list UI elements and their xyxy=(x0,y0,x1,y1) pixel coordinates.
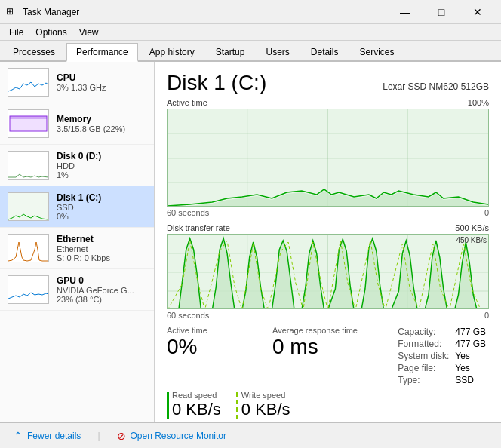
resource-monitor-icon: ⊘ xyxy=(117,430,126,442)
separator: | xyxy=(97,431,100,441)
transfer-rate-chart-section: Disk transfer rate 500 KB/s 450 KB/s xyxy=(167,223,489,320)
avg-response-stat: Average response time 0 ms xyxy=(272,326,363,386)
formatted-label: Formatted: xyxy=(395,338,452,350)
sidebar-item-ethernet[interactable]: Ethernet Ethernet S: 0 R: 0 Kbps xyxy=(0,228,154,269)
chart2-value-label: 450 KB/s xyxy=(456,236,487,244)
read-speed-info: Read speed 0 KB/s xyxy=(172,391,221,419)
right-stats: Capacity:477 GB Formatted:477 GB System … xyxy=(395,326,489,386)
read-speed-label: Read speed xyxy=(172,391,221,400)
svg-rect-7 xyxy=(8,276,48,303)
active-time-stat: Active time 0% xyxy=(167,326,257,386)
avg-response-value: 0 ms xyxy=(272,336,363,357)
open-resource-monitor-button[interactable]: ⊘ Open Resource Monitor xyxy=(112,427,231,445)
sidebar-item-memory[interactable]: Memory 3.5/15.8 GB (22%) xyxy=(0,103,154,145)
tab-performance[interactable]: Performance xyxy=(66,43,138,62)
chart1-label-row: Active time 100% xyxy=(167,98,489,107)
chart2-label: Disk transfer rate xyxy=(167,223,230,232)
tab-users[interactable]: Users xyxy=(256,43,299,60)
maximize-button[interactable]: □ xyxy=(424,0,459,24)
menu-view[interactable]: View xyxy=(73,26,105,39)
svg-rect-5 xyxy=(8,193,48,220)
disk0-sub: HDD xyxy=(57,161,146,170)
sidebar-item-disk1[interactable]: Disk 1 (C:) SSD 0% xyxy=(0,186,154,228)
chart2-label-row: Disk transfer rate 500 KB/s xyxy=(167,223,489,232)
memory-label: Memory xyxy=(57,114,146,124)
sidebar-item-disk0[interactable]: Disk 0 (D:) HDD 1% xyxy=(0,145,154,186)
formatted-value: 477 GB xyxy=(452,338,489,350)
memory-info: Memory 3.5/15.8 GB (22%) xyxy=(57,114,146,133)
avg-response-label: Average response time xyxy=(272,326,363,335)
read-speed-value: 0 KB/s xyxy=(172,400,221,419)
active-time-chart xyxy=(167,109,489,207)
menu-options[interactable]: Options xyxy=(29,26,72,39)
app-icon: ⊞ xyxy=(6,6,18,18)
svg-rect-3 xyxy=(10,116,47,119)
fewer-details-label: Fewer details xyxy=(27,431,81,441)
tab-bar: Processes Performance App history Startu… xyxy=(0,41,501,62)
type-value: SSD xyxy=(452,374,489,386)
disk0-label: Disk 0 (D:) xyxy=(57,151,146,161)
disk0-thumb xyxy=(8,151,49,180)
window-controls: — □ ✕ xyxy=(388,0,495,24)
stats-container: Active time 0% Average response time 0 m… xyxy=(167,326,489,386)
detail-panel: Disk 1 (C:) Lexar SSD NM620 512GB Active… xyxy=(155,62,501,422)
transfer-rate-chart: 450 KB/s xyxy=(167,234,489,309)
left-stats: Active time 0% Average response time 0 m… xyxy=(167,326,395,386)
disk1-thumb xyxy=(8,192,49,221)
tab-details[interactable]: Details xyxy=(301,43,349,60)
chart1-time-right: 0 xyxy=(484,208,489,217)
ethernet-label: Ethernet xyxy=(57,234,146,244)
write-speed-bar xyxy=(236,392,238,419)
cpu-info: CPU 3% 1.33 GHz xyxy=(57,72,146,92)
fewer-details-button[interactable]: ⌃ Fewer details xyxy=(9,427,85,445)
chart1-time-row: 60 seconds 0 xyxy=(167,208,489,217)
ethernet-val: S: 0 R: 0 Kbps xyxy=(57,253,146,262)
read-speed-block: Read speed 0 KB/s xyxy=(167,391,221,419)
svg-rect-6 xyxy=(8,235,48,262)
disk-model: Lexar SSD NM620 512GB xyxy=(383,81,489,92)
cpu-label: CPU xyxy=(57,72,146,83)
ethernet-sub: Ethernet xyxy=(57,244,146,253)
chart1-time-left: 60 seconds xyxy=(167,208,209,217)
tab-processes[interactable]: Processes xyxy=(3,43,65,60)
gpu0-thumb xyxy=(8,275,49,304)
memory-sub: 3.5/15.8 GB (22%) xyxy=(57,124,146,133)
tab-startup[interactable]: Startup xyxy=(206,43,255,60)
ethernet-info: Ethernet Ethernet S: 0 R: 0 Kbps xyxy=(57,234,146,262)
read-speed-bar xyxy=(167,392,169,419)
chart2-time-right: 0 xyxy=(484,311,489,320)
type-label: Type: xyxy=(395,374,452,386)
bottom-bar: ⌃ Fewer details | ⊘ Open Resource Monito… xyxy=(0,422,501,448)
gpu0-info: GPU 0 NVIDIA GeForce G... 23% (38 °C) xyxy=(57,275,146,304)
active-time-value: 0% xyxy=(167,336,257,357)
disk1-val: 0% xyxy=(57,212,146,221)
svg-rect-4 xyxy=(8,152,48,179)
page-file-label: Page file: xyxy=(395,362,452,374)
disk1-label: Disk 1 (C:) xyxy=(57,192,146,203)
memory-thumb xyxy=(8,109,49,138)
close-button[interactable]: ✕ xyxy=(460,0,495,24)
page-file-value: Yes xyxy=(452,362,489,374)
title-bar: ⊞ Task Manager — □ ✕ xyxy=(0,0,501,24)
gpu0-val: 23% (38 °C) xyxy=(57,295,146,304)
chart2-max: 500 KB/s xyxy=(455,223,489,232)
sidebar-item-gpu0[interactable]: GPU 0 NVIDIA GeForce G... 23% (38 °C) xyxy=(0,269,154,311)
tab-app-history[interactable]: App history xyxy=(140,43,204,60)
chart1-label: Active time xyxy=(167,98,207,107)
system-disk-label: System disk: xyxy=(395,350,452,362)
menu-file[interactable]: File xyxy=(3,26,29,39)
capacity-value: 477 GB xyxy=(452,326,489,338)
tab-services[interactable]: Services xyxy=(350,43,404,60)
write-speed-info: Write speed 0 KB/s xyxy=(241,391,290,419)
sidebar-item-cpu[interactable]: CPU 3% 1.33 GHz xyxy=(0,62,154,103)
write-speed-block: Write speed 0 KB/s xyxy=(236,391,290,419)
capacity-label: Capacity: xyxy=(395,326,452,338)
disk1-info: Disk 1 (C:) SSD 0% xyxy=(57,192,146,221)
active-time-chart-section: Active time 100% xyxy=(167,98,489,217)
active-time-label: Active time xyxy=(167,326,257,335)
write-speed-value: 0 KB/s xyxy=(241,400,290,419)
disk1-sub: SSD xyxy=(57,203,146,212)
main-content: CPU 3% 1.33 GHz Memory 3.5/15.8 GB (22%) xyxy=(0,62,501,422)
speed-row: Read speed 0 KB/s Write speed 0 KB/s xyxy=(167,391,489,419)
minimize-button[interactable]: — xyxy=(388,0,423,24)
